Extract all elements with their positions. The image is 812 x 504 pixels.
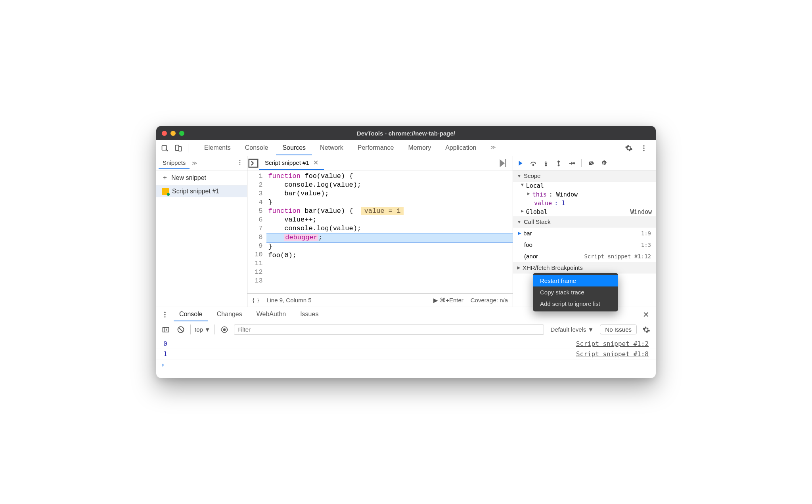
sidebar-kebab-icon[interactable] [235, 158, 245, 169]
snippet-list-item[interactable]: Script snippet #1 [156, 185, 247, 197]
svg-point-8 [239, 164, 241, 165]
tab-memory[interactable]: Memory [402, 141, 437, 155]
drawer-tab-changes[interactable]: Changes [211, 308, 248, 321]
chevron-down-icon: ▼ [517, 174, 521, 178]
step-icon[interactable] [568, 160, 575, 167]
code-line: console.log(value); [266, 181, 513, 189]
tab-application[interactable]: Application [439, 141, 483, 155]
scope-value[interactable]: value: 1 [513, 199, 656, 208]
code-line: value++; [266, 216, 513, 224]
scope-local[interactable]: ▼Local [513, 181, 656, 190]
console-sidebar-toggle-icon[interactable] [160, 324, 171, 335]
code-text: ; [318, 234, 322, 241]
drawer-kebab-icon[interactable] [159, 309, 170, 320]
resume-icon[interactable] [517, 160, 524, 167]
no-issues-button[interactable]: No Issues [600, 325, 637, 334]
more-tabs-icon[interactable]: ≫ [484, 141, 502, 155]
callstack-frame-foo[interactable]: foo1:3 [513, 239, 656, 250]
svg-rect-16 [605, 162, 605, 164]
svg-point-18 [164, 314, 165, 315]
chevron-down-icon: ▼ [517, 220, 521, 224]
titlebar: DevTools - chrome://new-tab-page/ [156, 126, 656, 140]
new-snippet-button[interactable]: ＋ New snippet [156, 170, 247, 185]
drawer-tab-webauthn[interactable]: WebAuthn [251, 308, 291, 321]
console-value: 0 [163, 340, 167, 347]
minimize-window-button[interactable] [170, 131, 176, 136]
svg-point-22 [223, 328, 226, 331]
scope-global[interactable]: ▶GlobalWindow [513, 208, 656, 216]
svg-point-4 [643, 147, 644, 149]
drawer-tab-issues[interactable]: Issues [295, 308, 324, 321]
callstack-frame-bar[interactable]: bar1:9 [513, 227, 656, 239]
step-into-icon[interactable] [542, 160, 550, 167]
code-text: bar(value) { [301, 207, 353, 215]
svg-rect-10 [505, 159, 506, 167]
console-source-link[interactable]: Script snippet #1:8 [576, 350, 649, 358]
svg-rect-15 [603, 162, 604, 164]
coverage-status: Coverage: n/a [471, 297, 508, 304]
device-toggle-icon[interactable] [173, 143, 184, 154]
svg-rect-20 [163, 327, 169, 332]
kebab-menu-icon[interactable] [638, 143, 649, 154]
console-prompt[interactable]: › [156, 359, 656, 370]
console-log-row[interactable]: 1 Script snippet #1:8 [156, 349, 656, 359]
svg-point-11 [533, 164, 534, 166]
editor-tab[interactable]: Script snippet #1 ✕ [259, 156, 324, 170]
callstack-label: Call Stack [524, 218, 551, 225]
svg-point-14 [573, 162, 575, 164]
context-restart-frame[interactable]: Restart frame [533, 275, 618, 286]
clear-console-icon[interactable] [175, 324, 186, 335]
scope-this[interactable]: ▶this: Window [513, 190, 656, 199]
pause-on-exceptions-icon[interactable] [601, 160, 608, 167]
callstack-frame-anon[interactable]: (anorScript snippet #1:12 [513, 250, 656, 262]
svg-rect-1 [176, 145, 179, 150]
tab-elements[interactable]: Elements [198, 141, 237, 155]
tab-sources[interactable]: Sources [276, 141, 312, 155]
inspect-icon[interactable] [159, 143, 170, 154]
close-window-button[interactable] [162, 131, 167, 136]
sidebar-tab-snippets[interactable]: Snippets [159, 157, 190, 169]
format-icon[interactable]: { } [252, 297, 259, 304]
code-keyword: function [268, 172, 301, 180]
context-menu: Restart frame Copy stack trace Add scrip… [533, 273, 618, 311]
console-settings-icon[interactable] [641, 324, 652, 335]
console-source-link[interactable]: Script snippet #1:2 [576, 340, 649, 347]
navigator-toggle-icon[interactable] [247, 157, 259, 169]
code-line: } [266, 242, 513, 251]
divider [581, 159, 582, 167]
svg-point-17 [164, 311, 165, 313]
svg-point-12 [546, 164, 547, 166]
code-indent [268, 234, 284, 241]
console-log-row[interactable]: 0 Script snippet #1:2 [156, 339, 656, 349]
context-ignore-script[interactable]: Add script to ignore list [533, 298, 618, 309]
context-selector[interactable]: top▼ [190, 325, 215, 334]
deactivate-breakpoints-icon[interactable] [588, 160, 595, 167]
close-tab-icon[interactable]: ✕ [313, 159, 318, 166]
drawer-tab-console[interactable]: Console [174, 308, 208, 321]
cursor-position: Line 9, Column 5 [266, 297, 311, 304]
context-copy-stack[interactable]: Copy stack trace [533, 286, 618, 298]
xhr-label: XHR/fetch Breakpoints [523, 264, 583, 271]
code-line: } [266, 198, 513, 207]
tab-performance[interactable]: Performance [351, 141, 400, 155]
code-editor[interactable]: 12345678910111213 function foo(value) { … [247, 170, 513, 293]
live-expression-icon[interactable] [219, 324, 230, 335]
log-levels-selector[interactable]: Default levels▼ [548, 325, 596, 334]
xhr-breakpoints-header[interactable]: ▶ XHR/fetch Breakpoints [513, 262, 656, 273]
run-snippet-button[interactable]: ▶ ⌘+Enter [433, 297, 463, 304]
callstack-section-header[interactable]: ▼ Call Stack [513, 216, 656, 227]
scope-section-header[interactable]: ▼ Scope [513, 170, 656, 181]
step-over-icon[interactable] [530, 160, 537, 167]
console-filter-input[interactable] [234, 325, 544, 335]
debugger-stmt: debugger [284, 234, 318, 241]
step-out-icon[interactable] [555, 160, 562, 167]
window-title: DevTools - chrome://new-tab-page/ [357, 130, 455, 137]
main-toolbar: Elements Console Sources Network Perform… [156, 140, 656, 156]
maximize-window-button[interactable] [179, 131, 184, 136]
tab-network[interactable]: Network [314, 141, 350, 155]
drawer-close-icon[interactable]: ✕ [640, 308, 653, 321]
sidebar-more-tabs-icon[interactable]: ≫ [190, 158, 200, 168]
settings-icon[interactable] [623, 143, 634, 154]
tab-console[interactable]: Console [239, 141, 275, 155]
run-to-here-icon[interactable] [497, 157, 509, 169]
